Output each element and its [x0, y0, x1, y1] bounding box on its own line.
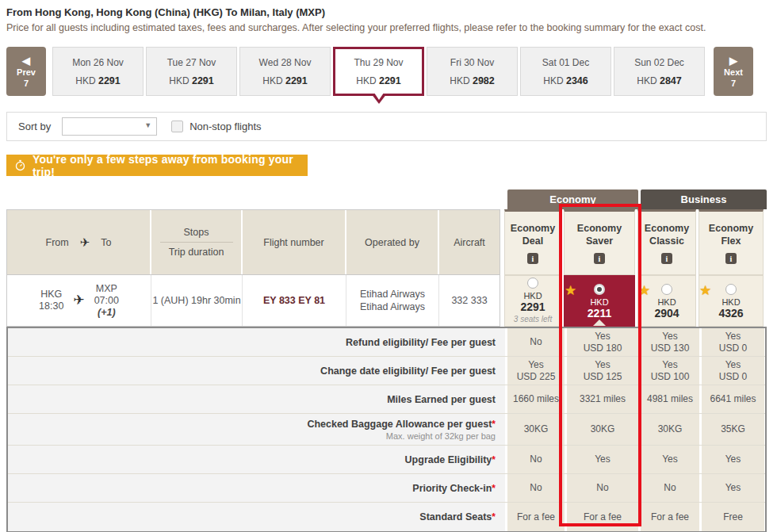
nonstop-flights-checkbox[interactable] — [171, 121, 183, 132]
fare-option-economy-flex[interactable]: ★ HKD 4326 — [699, 275, 764, 327]
business-cabin-tab[interactable]: Business — [641, 189, 767, 209]
detail-row-priority-checkin: Priority Check-in* No No No Yes — [8, 474, 765, 503]
radio-unselected-icon[interactable] — [527, 277, 538, 289]
detail-row-change-date: Change date eligibility/ Fee per guest Y… — [8, 357, 765, 385]
date-card-tue-27-nov[interactable]: Tue 27 Nov HKD 2291 — [146, 47, 237, 96]
flight-results-page: From Hong Kong, Hong Kong (China) (HKG) … — [0, 6, 777, 532]
star-icon: ★ — [699, 285, 711, 296]
info-icon[interactable]: i — [527, 253, 538, 264]
chevron-right-icon: ▶ — [729, 55, 737, 67]
flight-numbers: EY 833 EY 81 — [243, 275, 346, 326]
detail-row-baggage: Checked Baggage Allowance per guest* Max… — [8, 414, 765, 446]
next-dates-button[interactable]: ▶ Next 7 — [714, 47, 753, 96]
date-card-mon-26-nov[interactable]: Mon 26 Nov HKD 2291 — [52, 47, 144, 96]
date-carousel: ◀ Prev 7 Mon 26 Nov HKD 2291 Tue 27 Nov … — [6, 47, 767, 96]
flight-row: HKG 18:30 ✈ MXP 07:00 (+1) 1 (AUH) 19hr … — [6, 275, 767, 327]
flight-aircraft: 332 333 — [439, 275, 500, 326]
star-icon: ★ — [565, 285, 576, 296]
plane-icon: ✈ — [73, 294, 84, 307]
date-card-sun-02-dec[interactable]: Sun 02 Dec HKD 2847 — [614, 47, 705, 96]
stopwatch-icon — [14, 159, 26, 171]
detail-row-refund: Refund eligibility/ Fee per guest No Yes… — [8, 328, 765, 357]
plane-icon: ✈ — [80, 235, 90, 250]
fare-table: Economy Business From ✈ To Stops Trip du… — [6, 189, 767, 532]
info-icon[interactable]: i — [594, 253, 605, 264]
date-card-fri-30-nov[interactable]: Fri 30 Nov HKD 2982 — [427, 47, 518, 96]
sort-by-select[interactable]: ▼ — [62, 117, 157, 136]
column-header-operated-by: Operated by — [346, 210, 439, 274]
column-header-aircraft: Aircraft — [439, 210, 500, 274]
detail-row-miles: Miles Earned per guest 1660 miles 3321 m… — [8, 385, 765, 414]
flight-operated-by: Etihad Airways Etihad Airways — [346, 275, 439, 326]
column-header-stops-duration: Stops Trip duration — [151, 210, 243, 274]
fare-header-economy-classic[interactable]: Economy Classic i — [637, 209, 696, 275]
price-disclaimer: Price for all guests including estimated… — [6, 22, 777, 33]
page-title: From Hong Kong, Hong Kong (China) (HKG) … — [6, 6, 777, 18]
fare-header-economy-flex[interactable]: Economy Flex i — [699, 209, 764, 275]
flight-stops-duration: 1 (AUH) 19hr 30min — [151, 275, 243, 326]
table-header-row: From ✈ To Stops Trip duration Flight num… — [6, 209, 767, 275]
fare-details-block: Refund eligibility/ Fee per guest No Yes… — [6, 327, 767, 532]
booking-steps-banner: You're only a few steps away from bookin… — [6, 155, 308, 176]
date-card-thu-29-nov-selected[interactable]: Thu 29 Nov HKD 2291 — [333, 47, 424, 96]
info-icon[interactable]: i — [725, 253, 737, 264]
chevron-left-icon: ◀ — [22, 55, 30, 67]
date-card-wed-28-nov[interactable]: Wed 28 Nov HKD 2291 — [239, 47, 331, 96]
fare-option-economy-deal[interactable]: HKD 2291 3 seats left — [504, 275, 561, 327]
sort-filter-bar: Sort by ▼ Non-stop flights — [6, 112, 767, 141]
nonstop-flights-label: Non-stop flights — [189, 121, 261, 132]
date-card-sat-01-dec[interactable]: Sat 01 Dec HKD 2346 — [520, 47, 611, 96]
seats-left-note: 3 seats left — [514, 314, 552, 324]
sort-by-label: Sort by — [18, 121, 51, 132]
flight-route: HKG 18:30 ✈ MXP 07:00 (+1) — [7, 275, 151, 326]
fare-header-economy-deal[interactable]: Economy Deal i — [504, 209, 561, 275]
cabin-band-row: Economy Business — [6, 189, 767, 209]
detail-row-standard-seats: Standard Seats* For a fee For a fee For … — [8, 503, 765, 531]
star-icon: ★ — [638, 285, 650, 296]
radio-unselected-icon[interactable] — [725, 284, 737, 295]
fare-option-economy-saver-selected[interactable]: ★ HKD 2211 — [564, 275, 635, 327]
radio-unselected-icon[interactable] — [661, 284, 672, 295]
radio-selected-icon[interactable] — [594, 284, 605, 295]
prev-dates-button[interactable]: ◀ Prev 7 — [6, 47, 46, 96]
date-cards: Mon 26 Nov HKD 2291 Tue 27 Nov HKD 2291 … — [52, 47, 707, 96]
banner-text: You're only a few steps away from bookin… — [33, 153, 308, 178]
chevron-down-icon: ▼ — [144, 121, 151, 129]
fare-header-economy-saver[interactable]: Economy Saver i — [564, 209, 635, 275]
fare-option-economy-classic[interactable]: ★ HKD 2904 — [637, 275, 696, 327]
economy-cabin-tab[interactable]: Economy — [507, 189, 638, 209]
column-header-from-to: From ✈ To — [7, 210, 151, 274]
detail-row-upgrade: Upgrade Eligibility* No Yes Yes Yes — [8, 446, 765, 474]
info-icon[interactable]: i — [661, 253, 672, 264]
column-header-flight-number: Flight number — [243, 210, 346, 274]
route-header: From Hong Kong, Hong Kong (China) (HKG) … — [6, 6, 777, 33]
